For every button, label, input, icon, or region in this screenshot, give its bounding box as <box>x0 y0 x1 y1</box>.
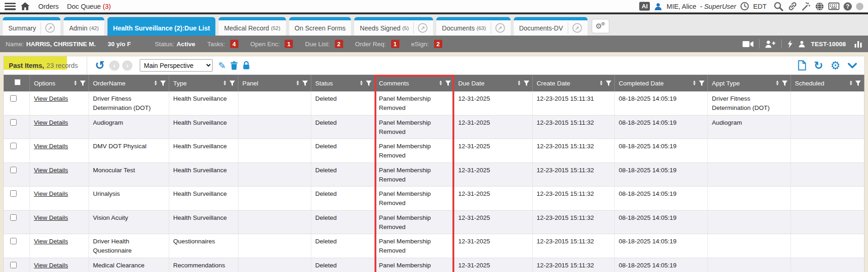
home-icon[interactable] <box>20 2 30 11</box>
filter-funnel-icon[interactable] <box>160 80 166 86</box>
popup-window-icon[interactable]: ↗ <box>45 23 55 33</box>
nav-orders[interactable]: Orders <box>38 3 59 10</box>
column-header-status[interactable]: Status ▲▼ <box>311 75 375 91</box>
row-checkbox[interactable] <box>10 238 17 244</box>
sort-icon[interactable]: ▲▼ <box>439 80 443 86</box>
sort-icon[interactable]: ▲▼ <box>74 80 77 86</box>
settings-gear-icon[interactable]: ⚙ <box>830 60 840 71</box>
row-checkbox[interactable] <box>10 214 17 221</box>
column-header-comments[interactable]: Comments ▲▼ <box>375 75 454 91</box>
filter-funnel-icon[interactable] <box>229 80 235 86</box>
view-details-link[interactable]: View Details <box>34 214 68 221</box>
keyboard-icon[interactable] <box>828 2 839 10</box>
video-camera-icon[interactable] <box>743 41 754 48</box>
row-checkbox[interactable] <box>10 119 17 126</box>
tab-documents[interactable]: Documents (63) ↗ <box>436 17 510 36</box>
filter-funnel-icon[interactable] <box>523 80 529 86</box>
patient-counter[interactable]: Due List: 2 <box>305 40 343 48</box>
view-details-link[interactable]: View Details <box>34 143 68 150</box>
patient-counter[interactable]: Open Enc: 1 <box>250 40 293 48</box>
popup-window-icon[interactable]: ↗ <box>418 23 428 33</box>
nav-doc-queue[interactable]: Doc Queue (3) <box>67 3 111 10</box>
column-header-appt-type[interactable]: Appt Type ▲▼ <box>707 75 791 91</box>
tab-documents-dv[interactable]: Documents-DV ↗ <box>514 17 588 36</box>
row-checkbox[interactable] <box>10 95 17 102</box>
column-header-scheduled[interactable]: Scheduled ▲▼ <box>791 75 864 91</box>
lock-icon[interactable] <box>243 61 250 70</box>
undo-icon[interactable]: ↺ <box>95 59 105 72</box>
tab-admin[interactable]: Admin (42) <box>64 17 104 36</box>
clock-icon[interactable] <box>740 2 749 11</box>
cell-scheduled <box>791 115 864 139</box>
tab-settings-gears-icon[interactable]: ⚙⚙ <box>592 19 609 33</box>
view-details-link[interactable]: View Details <box>34 119 68 126</box>
filter-funnel-icon[interactable] <box>302 80 308 86</box>
view-details-link[interactable]: View Details <box>34 190 68 197</box>
refresh-icon[interactable]: ↻ <box>814 60 823 71</box>
user-name: MIE, Alice - SuperUser <box>666 3 736 10</box>
column-header-type[interactable]: Type ▲▼ <box>169 75 238 91</box>
delete-trash-icon[interactable] <box>230 61 238 70</box>
view-details-link[interactable]: View Details <box>34 262 68 269</box>
filter-funnel-icon[interactable] <box>80 80 86 86</box>
sort-icon[interactable]: ▲▼ <box>693 80 696 86</box>
new-document-icon[interactable] <box>798 60 806 71</box>
popup-window-icon[interactable]: ↗ <box>572 23 582 33</box>
sort-icon[interactable]: ▲▼ <box>600 80 603 86</box>
patient-counter[interactable]: Tasks: 4 <box>207 40 238 48</box>
patient-counter[interactable]: eSign: 2 <box>411 40 442 48</box>
add-person-icon[interactable] <box>765 40 776 48</box>
tab-on-screen-forms[interactable]: On Screen Forms <box>289 17 351 36</box>
sort-icon[interactable]: ▲▼ <box>849 80 853 86</box>
column-header-due-date[interactable]: Due Date ▲▼ <box>454 75 532 91</box>
sort-icon[interactable]: ▲▼ <box>360 80 363 86</box>
filter-funnel-icon[interactable] <box>855 80 861 86</box>
search-icon[interactable] <box>773 1 784 12</box>
sort-icon[interactable]: ▲▼ <box>296 80 300 86</box>
ai-badge[interactable]: AI <box>639 2 650 11</box>
prev-page-icon[interactable]: ‹ <box>109 60 119 71</box>
edit-pencil-icon[interactable]: ✎ <box>218 60 226 71</box>
row-checkbox[interactable] <box>10 190 17 197</box>
chart-id[interactable]: TEST-10008 <box>811 41 846 48</box>
quick-action-bolt-icon[interactable] <box>787 40 793 48</box>
column-header-panel[interactable]: Panel ▲▼ <box>238 75 311 91</box>
select-all-checkbox[interactable] <box>14 79 21 85</box>
tab-needs-signed[interactable]: Needs Signed (5) ↗ <box>354 17 433 36</box>
wand-icon[interactable] <box>802 2 811 11</box>
hamburger-menu-icon[interactable] <box>5 3 16 10</box>
cell-scheduled <box>791 163 864 187</box>
filter-funnel-icon[interactable] <box>445 80 451 86</box>
row-checkbox[interactable] <box>10 167 17 173</box>
filter-funnel-icon[interactable] <box>782 80 788 86</box>
sort-icon[interactable]: ▲▼ <box>776 80 779 86</box>
collapse-chevron-icon[interactable] <box>848 63 857 68</box>
column-header-ordername[interactable]: OrderName ▲▼ <box>89 75 169 91</box>
tab-summary[interactable]: Summary ↗ <box>3 17 60 36</box>
column-header-completed-date[interactable]: Completed Date ▲▼ <box>614 75 707 91</box>
column-header-options[interactable]: Options ▲▼ <box>30 75 89 91</box>
sort-icon[interactable]: ▲▼ <box>223 80 227 86</box>
tab-health-surveillance-2-due-list[interactable]: Health Surveillance (2):Due List <box>107 17 215 36</box>
view-details-link[interactable]: View Details <box>34 167 68 174</box>
cell-panel <box>238 258 311 272</box>
sort-icon[interactable]: ▲▼ <box>154 80 158 86</box>
row-checkbox[interactable] <box>10 262 17 268</box>
popup-window-icon[interactable]: ↗ <box>495 23 505 33</box>
filter-funnel-icon[interactable] <box>699 80 705 86</box>
view-details-link[interactable]: View Details <box>34 95 68 102</box>
perspective-select[interactable]: Main Perspective <box>140 59 213 72</box>
link-icon[interactable] <box>788 1 797 11</box>
help-icon[interactable]: ? <box>844 2 852 11</box>
row-checkbox[interactable] <box>10 143 17 149</box>
chart-stats-icon[interactable] <box>854 40 862 48</box>
filter-funnel-icon[interactable] <box>606 80 612 86</box>
tab-medical-record[interactable]: Medical Record (52) <box>219 17 286 36</box>
sort-icon[interactable]: ▲▼ <box>517 80 521 86</box>
filter-funnel-icon[interactable] <box>366 80 372 86</box>
next-page-icon[interactable]: › <box>122 60 132 71</box>
patient-counter[interactable]: Order Req: 1 <box>355 40 399 48</box>
globe-icon[interactable] <box>815 2 824 11</box>
view-details-link[interactable]: View Details <box>34 238 68 245</box>
column-header-create-date[interactable]: Create Date ▲▼ <box>532 75 614 91</box>
